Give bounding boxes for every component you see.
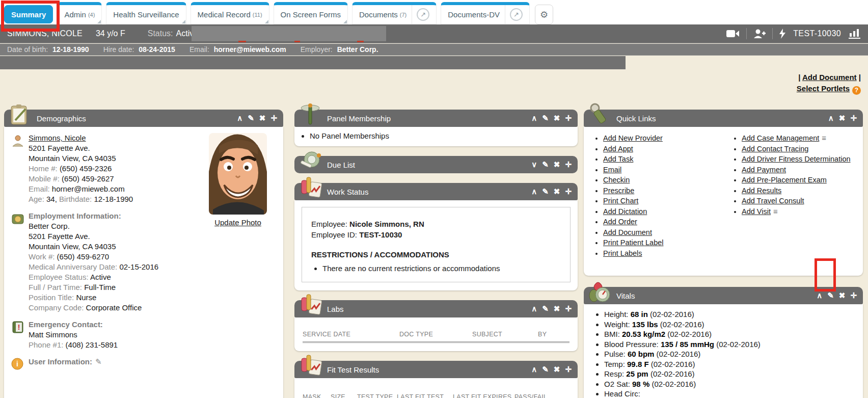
portlet-header: Vitals ∧ ✎ ✖ ✛ [584,287,863,304]
column-header: LAST FIT EXPIRES [453,393,514,398]
tab-health-surveillance[interactable]: Health Surveillance [106,2,186,24]
quick-link[interactable]: Add Travel Consult [742,197,804,205]
portlet-controls: ∧ ✎ ✖ ✛ [531,304,572,313]
collapse-icon[interactable]: ∧ [817,291,822,300]
portlet-controls: ∧ ✎ ✖ ✛ [817,291,857,300]
update-photo-link[interactable]: Update Photo [214,218,261,228]
quick-link[interactable]: Print Labels [603,249,642,257]
edit-icon[interactable]: ✎ [542,304,549,313]
quick-link-item: Add New Provider [603,133,731,144]
help-icon[interactable]: ? [852,86,861,95]
tab-admin[interactable]: Admin (4) [57,2,102,24]
chart-vial-icon [299,294,322,317]
quick-link[interactable]: Add Appt [603,145,633,153]
video-camera-icon[interactable] [726,29,740,38]
collapse-icon[interactable]: ∧ [531,365,537,374]
portlet-title: Panel Membership [327,114,391,123]
quick-link[interactable]: Email [603,166,621,174]
close-icon[interactable]: ✖ [554,304,560,313]
list-menu-icon[interactable]: ≡ [773,207,778,216]
quick-link[interactable]: Print Patient Label [603,238,664,247]
quick-link[interactable]: Add Results [742,187,781,195]
collapse-icon[interactable]: ∧ [828,114,834,123]
quick-link[interactable]: Add Contact Tracing [742,145,808,153]
move-icon[interactable]: ✛ [565,365,572,374]
select-portlets-link[interactable]: Select Portlets [797,84,850,93]
quick-link[interactable]: Add Driver Fitness Determination [742,155,851,163]
lightning-bolt-icon[interactable] [779,29,785,39]
tab-medical-record[interactable]: Medical Record (11) [191,2,269,24]
move-icon[interactable]: ✛ [850,114,857,123]
column-header: MASK [303,393,331,398]
vital-value: 99.8 F [627,360,649,368]
collapse-icon[interactable]: ∧ [531,187,537,196]
close-icon[interactable]: ✖ [839,291,846,300]
quick-link[interactable]: Add Payment [742,166,786,174]
edit-user-info-icon[interactable]: ✎ [95,357,102,366]
list-menu-icon[interactable]: ≡ [822,134,826,142]
external-link-icon[interactable]: ↗ [417,8,429,21]
close-icon[interactable]: ✖ [554,114,560,123]
tab-documents-dv[interactable]: Documents-DV ↗ [441,2,530,24]
birthdate-label: Birthdate: [59,195,92,203]
move-icon[interactable]: ✛ [565,114,572,123]
edit-icon[interactable]: ✎ [542,365,549,374]
edit-icon[interactable]: ✎ [542,114,549,123]
vital-value: 60 bpm [628,350,655,358]
quick-link[interactable]: Add Task [603,155,633,163]
quick-links-column-2: Add Case Management≡ Add Contact Tracing… [731,133,859,258]
collapse-icon[interactable]: ∧ [531,304,537,313]
quick-link[interactable]: Print Chart [603,197,638,205]
age-label: Age: [29,195,44,203]
flowsheet-chart-icon[interactable] [849,29,861,39]
collapse-icon[interactable]: ∧ [531,114,537,123]
tab-summary[interactable]: Summary [4,5,53,23]
expand-icon[interactable]: ∨ [531,160,537,169]
quick-link[interactable]: Add Document [603,228,652,236]
info-value: 12-18-1990 [52,45,89,54]
quick-link[interactable]: Prescribe [603,187,634,195]
move-icon[interactable]: ✛ [850,291,857,300]
restrictions-heading: RESTRICTIONS / ACCOMMODATIONS [311,249,561,260]
external-link-icon[interactable]: ↗ [510,8,523,21]
edit-icon[interactable]: ✎ [248,114,254,123]
tab-label: Summary [11,10,46,19]
quick-link-item: Add Visit≡ [742,206,859,217]
quick-link[interactable]: Add Case Management [742,134,819,142]
vital-item: Weight: 135 lbs (02-02-2016) [604,320,858,330]
portlet-title: Labs [327,305,344,313]
close-icon[interactable]: ✖ [554,187,560,196]
patient-name-link[interactable]: Simmons, Nicole [29,134,86,142]
quick-link[interactable]: Add Dictation [603,207,647,216]
add-person-icon[interactable] [753,29,766,39]
tab-documents[interactable]: Documents (7) ↗ [352,2,437,24]
close-icon[interactable]: ✖ [554,365,560,374]
edit-icon[interactable]: ✎ [542,160,549,169]
add-document-link[interactable]: Add Document [802,73,857,82]
tab-settings-button[interactable]: ⚙ [535,5,553,24]
patient-photo-block: Update Photo [209,133,267,228]
field-value: (650) 459-6270 [57,252,110,261]
close-icon[interactable]: ✖ [839,114,846,123]
close-icon[interactable]: ✖ [554,160,560,169]
tab-on-screen-forms[interactable]: On Screen Forms [274,2,348,24]
move-icon[interactable]: ✛ [565,160,572,169]
redaction-mark [238,41,246,42]
quick-link[interactable]: Add Visit [742,207,771,216]
vital-item: BMI: 20.53 kg/m2 (02-02-2016) [604,329,858,339]
edit-icon[interactable]: ✎ [827,291,834,300]
move-icon[interactable]: ✛ [565,187,572,196]
field-row: Employee Status: Active [29,272,275,282]
collapse-icon[interactable]: ∧ [237,114,242,123]
move-icon[interactable]: ✛ [270,114,277,123]
quick-link[interactable]: Add Pre-Placement Exam [742,176,827,184]
close-icon[interactable]: ✖ [259,114,266,123]
field-label: Home #: [29,164,58,173]
quick-link[interactable]: Add New Provider [603,134,663,142]
edit-icon[interactable]: ✎ [542,187,549,196]
quick-link[interactable]: Add Order [603,218,637,226]
quick-link[interactable]: Checkin [603,176,630,184]
separator: | [798,73,800,82]
portlet-header: Labs ∧ ✎ ✖ ✛ [294,300,578,317]
move-icon[interactable]: ✛ [565,304,572,313]
